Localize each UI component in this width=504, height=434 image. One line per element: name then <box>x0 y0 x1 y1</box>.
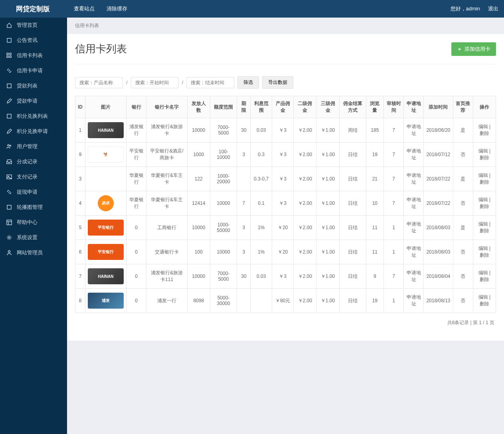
search-start-input[interactable] <box>131 77 179 88</box>
users-icon <box>6 143 13 150</box>
svg-rect-4 <box>7 84 11 88</box>
svg-rect-11 <box>7 220 12 225</box>
apply-link[interactable]: 申请地址 <box>407 124 421 136</box>
card-thumb: HAINAN <box>88 122 124 138</box>
image-icon <box>6 173 13 180</box>
sidebar-item-7[interactable]: 积分兑换申请 <box>0 124 67 139</box>
sidebar-item-11[interactable]: 提现申请 <box>0 184 67 200</box>
col-header: 产品佣金 <box>272 96 293 118</box>
sidebar-item-3[interactable]: 信用卡申请 <box>0 63 67 78</box>
delete-link[interactable]: 删除 <box>480 277 489 282</box>
sidebar-item-15[interactable]: 网站管理员 <box>0 245 67 260</box>
sidebar-item-label: 系统设置 <box>17 234 38 241</box>
edit-link[interactable]: 编辑 <box>478 172 488 178</box>
delete-link[interactable]: 删除 <box>480 252 489 258</box>
col-header: 浏览量 <box>366 96 383 118</box>
apply-link[interactable]: 申请地址 <box>407 246 421 258</box>
export-button[interactable]: 导出数据 <box>262 76 293 89</box>
add-card-button[interactable]: ＋ 添加信用卡 <box>451 42 496 56</box>
delete-link[interactable]: 删除 <box>480 228 489 234</box>
svg-rect-3 <box>10 56 11 57</box>
delete-link[interactable]: 删除 <box>480 131 489 136</box>
svg-rect-1 <box>10 53 11 55</box>
delete-link[interactable]: 删除 <box>480 179 489 185</box>
sidebar-item-14[interactable]: 系统设置 <box>0 230 67 245</box>
search-end-input[interactable] <box>186 77 234 88</box>
sidebar-item-label: 信用卡申请 <box>17 67 43 74</box>
edit-link[interactable]: 编辑 <box>478 221 488 227</box>
sidebar-item-label: 轮播图管理 <box>17 204 43 211</box>
add-button-label: 添加信用卡 <box>464 46 490 53</box>
table-row: 3易求华夏银行华夏银行&车主卡1221000-200000.3-0,7￥3￥2.… <box>75 167 496 191</box>
edit-link[interactable]: 编辑 <box>478 197 488 202</box>
book-icon <box>6 37 13 44</box>
sidebar-item-1[interactable]: 公告资讯 <box>0 33 67 48</box>
apply-link[interactable]: 申请地址 <box>407 172 421 185</box>
delete-link[interactable]: 删除 <box>480 204 489 209</box>
cards-table: ID图片银行银行卡名字发放人数额度范围期限利息范围产品佣金二级佣金三级佣金佣金结… <box>75 96 496 313</box>
sidebar-item-13[interactable]: 帮助中心 <box>0 215 67 230</box>
sidebar-item-6[interactable]: 积分兑换列表 <box>0 109 67 124</box>
delete-link[interactable]: 删除 <box>480 155 489 161</box>
topbar: 网贷定制版 查看站点 清除缓存 您好，admin 退出 <box>0 0 504 18</box>
edit-link[interactable]: 编辑 <box>478 270 488 275</box>
col-header: 佣金结算方式 <box>339 96 366 118</box>
edit-link[interactable]: 编辑 <box>478 148 488 154</box>
sidebar-item-0[interactable]: 管理首页 <box>0 18 67 33</box>
col-header: 操作 <box>473 96 496 118</box>
apply-link[interactable]: 申请地址 <box>407 294 421 307</box>
sidebar-item-10[interactable]: 支付记录 <box>0 169 67 184</box>
sidebar-item-label: 贷款列表 <box>17 82 38 89</box>
sidebar-item-label: 信用卡列表 <box>17 52 43 59</box>
table-row: 8浦发0浦发一行80985000-30000￥80元￥2.00￥1.00日结19… <box>75 289 496 313</box>
table-row: 9🐕平安银行平安银行&酒店/商旅卡1000100-1000030.3￥3￥2.0… <box>75 143 496 167</box>
apply-link[interactable]: 申请地址 <box>407 221 421 234</box>
search-name-input[interactable] <box>75 77 123 88</box>
greeting: 您好，admin <box>451 5 480 12</box>
layout-icon <box>6 219 13 226</box>
pagination: 共8条记录 | 第 1 / 1 页 <box>75 313 496 333</box>
sidebar-item-label: 积分兑换列表 <box>17 113 48 120</box>
sidebar-item-12[interactable]: 轮播图管理 <box>0 200 67 215</box>
sidebar-item-9[interactable]: 分成记录 <box>0 154 67 169</box>
col-header: 利息范围 <box>251 96 272 118</box>
edit-icon <box>6 97 13 105</box>
card-thumb: 易求 <box>88 195 124 211</box>
edit-link[interactable]: 编辑 <box>478 246 488 251</box>
sidebar-item-8[interactable]: 用户管理 <box>0 139 67 154</box>
col-header: 银行卡名字 <box>146 96 188 118</box>
sidebar-item-4[interactable]: 贷款列表 <box>0 78 67 93</box>
table-row: 1HAINAN浦发银行浦发银行&旅游卡100007000-5000300.03￥… <box>75 118 496 143</box>
card-thumb: HAINAN <box>88 268 124 284</box>
table-row: 6平安银行0交通银行卡1001000031%￥20￥2.00￥1.00日结111… <box>75 240 496 264</box>
sidebar-item-2[interactable]: 信用卡列表 <box>0 48 67 63</box>
col-header: 申请地址 <box>404 96 424 118</box>
svg-point-6 <box>8 145 9 146</box>
apply-link[interactable]: 申请地址 <box>407 270 421 282</box>
edit-link[interactable]: 编辑 <box>478 124 488 129</box>
topnav-view-site[interactable]: 查看站点 <box>74 5 95 12</box>
plus-icon: ＋ <box>457 46 462 53</box>
card-thumb: 浦发 <box>88 293 124 309</box>
col-header: 发放人数 <box>187 96 210 118</box>
table-row: 4易求华夏银行华夏银行&车主卡124141000070.1￥3￥2.00￥1.0… <box>75 191 496 216</box>
sidebar-item-label: 网站管理员 <box>17 249 43 256</box>
sidebar-item-5[interactable]: 贷款申请 <box>0 93 67 109</box>
delete-link[interactable]: 删除 <box>480 301 489 307</box>
col-header: ID <box>75 96 85 118</box>
link-icon <box>6 67 13 74</box>
svg-rect-10 <box>7 205 11 209</box>
home-icon <box>6 22 13 29</box>
sidebar-item-label: 用户管理 <box>17 143 38 150</box>
edit-icon <box>6 128 13 135</box>
sidebar-item-label: 提现申请 <box>17 188 38 196</box>
logout-link[interactable]: 退出 <box>488 5 498 12</box>
apply-link[interactable]: 申请地址 <box>407 148 421 161</box>
col-header: 三级佣金 <box>316 96 339 118</box>
apply-link[interactable]: 申请地址 <box>407 197 421 209</box>
topnav-clear-cache[interactable]: 清除缓存 <box>107 5 127 12</box>
breadcrumb: 信用卡列表 <box>67 18 504 34</box>
edit-link[interactable]: 编辑 <box>478 294 488 300</box>
col-header: 图片 <box>85 96 126 118</box>
filter-button[interactable]: 筛选 <box>237 76 259 89</box>
